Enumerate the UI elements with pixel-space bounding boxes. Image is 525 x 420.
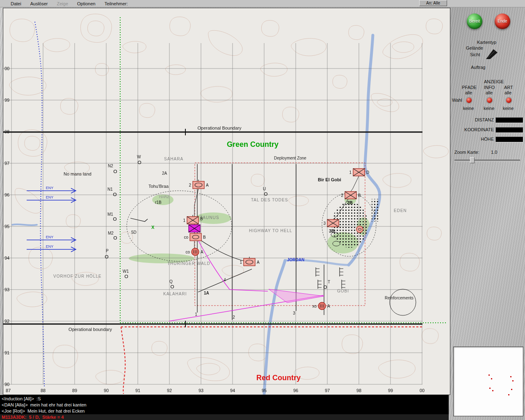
unit-1-b-right: B — [200, 217, 203, 221]
xtick: 00 — [420, 388, 425, 393]
end-button[interactable]: Ende — [495, 14, 510, 29]
chat-line: <Induction [All]> :S — [2, 396, 447, 402]
chat-line: <Joe [Rot]> Mein Hut, der hat drei Ecken — [2, 408, 447, 414]
waypoint-t[interactable]: T — [324, 280, 331, 289]
art-knob[interactable] — [506, 98, 511, 103]
unit-co-b-left: co — [184, 235, 188, 240]
art-keine-option[interactable]: keine — [503, 106, 514, 111]
waypoint-2a-label: 2A — [162, 171, 167, 176]
unit-2-a[interactable]: 2 A — [189, 180, 209, 189]
unit-co-a-left: co — [185, 250, 190, 254]
operational-boundary-top: Operational Boundary — [3, 126, 422, 135]
chat-recipient-button[interactable]: An: Alle — [419, 0, 447, 6]
pfade-knob[interactable] — [466, 98, 472, 103]
ytick: 92 — [5, 319, 9, 324]
unit-1-b[interactable]: 1 B — [183, 215, 203, 224]
zoom-slider-handle[interactable] — [470, 157, 475, 163]
unit-xo-a-right: A — [327, 304, 330, 308]
ready-button[interactable]: Bereit — [467, 14, 482, 29]
xtick: 93 — [199, 388, 203, 393]
info-alle-option[interactable]: alle — [486, 90, 493, 95]
label-r1b: r1B — [155, 200, 162, 205]
reinforcements-label: Reinforcements — [385, 296, 413, 300]
sicht-label[interactable]: Sicht — [470, 52, 480, 57]
xtick: 90 — [104, 388, 109, 393]
waypoint-m2[interactable]: M2 — [108, 231, 117, 240]
waypoint-w1-label: W1 — [123, 269, 129, 274]
xtick: 96 — [293, 388, 298, 393]
art-alle-option[interactable]: alle — [504, 90, 511, 95]
overview-minimap[interactable] — [453, 347, 523, 416]
place-no-mans-land: No mans land — [64, 171, 91, 176]
info-knob[interactable] — [487, 98, 492, 103]
eny-label: ENY — [46, 235, 54, 239]
ytick: 90 — [5, 382, 9, 387]
waypoint-u-label: U — [263, 187, 266, 191]
waypoint-2a[interactable]: 2A — [162, 171, 167, 176]
unit-co-b[interactable]: co B — [184, 233, 206, 241]
waypoint-q[interactable]: Q — [169, 279, 174, 288]
auftrag-label[interactable]: Auftrag — [471, 65, 485, 70]
unit-xo-a[interactable]: xo A — [312, 302, 330, 310]
eny-label: ENY — [46, 186, 54, 190]
waypoint-m1[interactable]: M1 — [107, 212, 116, 221]
tactical-map-canvas[interactable]: 87 88 89 90 91 92 93 94 95 96 97 98 99 0… — [3, 8, 450, 395]
waypoint-m2-label: M2 — [108, 231, 114, 235]
minimap-unit-dot — [511, 389, 512, 390]
route-1a-label: 1A — [204, 291, 209, 295]
waypoint-t-label: T — [328, 280, 330, 284]
menu-item-teilnehmer[interactable]: Teilnehmer: — [105, 1, 128, 6]
tactical-map[interactable]: 87 88 89 90 91 92 93 94 95 96 97 98 99 0… — [3, 8, 450, 395]
waypoint-w[interactable]: W — [137, 155, 141, 164]
xtick: 88 — [41, 388, 46, 393]
waypoint-p[interactable]: P — [105, 249, 109, 258]
menu-item-datei[interactable]: Datei — [11, 1, 21, 6]
pfade-alle-option[interactable]: alle — [465, 90, 472, 95]
koordinate-label: KOORDINATE — [451, 127, 494, 132]
unit-co-a-right: A — [201, 250, 203, 254]
unit-co-b-right: B — [203, 235, 206, 240]
gelaende-label[interactable]: Gelände — [466, 46, 483, 50]
zoom-value: 1.0 — [491, 150, 497, 155]
hoehe-display — [495, 137, 523, 142]
pfade-keine-option[interactable]: keine — [463, 106, 474, 111]
red-country-label: Red Country — [256, 374, 301, 382]
waypoint-n1[interactable]: N1 — [107, 187, 116, 196]
unit-xo-a-left: xo — [312, 304, 317, 308]
waypoint-w1[interactable]: W1 — [123, 269, 129, 278]
unit-2-b-name: 2B — [347, 200, 353, 205]
menu-item-ausloeser[interactable]: Auslöser — [30, 1, 48, 6]
menu-item-optionen[interactable]: Optionen — [77, 1, 96, 6]
unit-1-d-left: 1 — [349, 170, 352, 175]
ytick: 95 — [5, 224, 9, 229]
unit-recon-circle[interactable] — [356, 226, 363, 233]
waypoint-x[interactable]: X — [151, 225, 155, 230]
place-bir-el-gobi: Bir El Gobi — [318, 177, 341, 182]
green-country-label: Green Country — [227, 140, 278, 148]
ytick: 91 — [5, 350, 9, 355]
xtick: 91 — [135, 388, 140, 393]
waypoint-m1-label: M1 — [107, 212, 113, 217]
zoom-slider-track[interactable] — [454, 160, 520, 162]
operational-boundary-bottom-label: Operational boundary — [68, 327, 112, 332]
ytick: 99 — [5, 98, 9, 103]
distanz-label: DISTANZ — [451, 117, 494, 122]
waypoint-n2[interactable]: N2 — [108, 164, 117, 173]
unit-selected[interactable] — [189, 225, 200, 232]
reinforcements-marker[interactable]: Reinforcements — [385, 289, 416, 315]
place-gobi: GOBI — [337, 289, 349, 293]
map-pointer-icon[interactable] — [485, 46, 500, 61]
route-3-label: 3 — [293, 311, 295, 315]
info-keine-option[interactable]: keine — [484, 106, 494, 111]
unit-co-a[interactable]: co A — [185, 248, 203, 256]
koordinate-display — [495, 127, 523, 133]
minimap-unit-dot — [508, 394, 509, 395]
waypoint-u[interactable]: U — [263, 187, 267, 196]
ytick: 00 — [5, 66, 9, 71]
waypoint-w-label: W — [137, 155, 141, 159]
unit-1-b-left: 1 — [183, 218, 185, 223]
ytick: 97 — [5, 161, 9, 166]
minimap-unit-dot — [491, 378, 492, 379]
selected-unit-status: M113A3DK: 5 / D, Stärke = 4 — [2, 415, 64, 420]
ytick: 93 — [5, 287, 9, 292]
